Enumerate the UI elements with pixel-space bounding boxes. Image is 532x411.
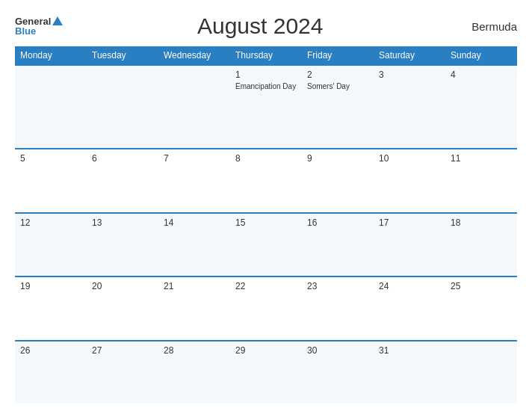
- day-number: 3: [379, 69, 440, 80]
- day-number: 31: [379, 345, 440, 356]
- calendar-cell: 15: [230, 213, 302, 277]
- day-number: 5: [20, 153, 81, 164]
- calendar-cell: 31: [374, 341, 445, 404]
- calendar-title: August 2024: [63, 13, 457, 39]
- header-row: MondayTuesdayWednesdayThursdayFridaySatu…: [15, 46, 517, 65]
- calendar-cell: 9: [302, 149, 374, 213]
- day-number: 4: [451, 69, 512, 80]
- logo-triangle-icon: [52, 16, 63, 25]
- day-number: 29: [235, 345, 297, 356]
- week-row-2: 567891011: [15, 149, 517, 213]
- day-number: 9: [307, 153, 368, 164]
- column-header-friday: Friday: [302, 46, 374, 65]
- day-number: 28: [164, 345, 225, 356]
- calendar-cell: 21: [158, 276, 230, 341]
- calendar-cell: 17: [374, 213, 445, 277]
- column-header-tuesday: Tuesday: [87, 46, 158, 65]
- calendar-cell: 30: [302, 341, 374, 404]
- day-number: 18: [451, 217, 512, 228]
- calendar-cell: 1Emancipation Day: [230, 65, 302, 149]
- day-number: 10: [379, 153, 440, 164]
- day-number: 12: [20, 217, 81, 228]
- calendar-cell: 29: [230, 341, 302, 404]
- logo-blue-text: Blue: [15, 26, 63, 36]
- calendar-cell: 27: [87, 341, 158, 404]
- calendar-cell: 25: [445, 276, 517, 341]
- day-number: 17: [379, 217, 440, 228]
- day-number: 8: [235, 153, 297, 164]
- calendar-cell: 20: [87, 276, 158, 341]
- column-header-saturday: Saturday: [374, 46, 445, 65]
- day-number: 22: [235, 281, 297, 291]
- calendar-cell: 13: [87, 213, 158, 277]
- column-header-monday: Monday: [15, 46, 87, 65]
- header: General Blue August 2024 Bermuda: [15, 13, 517, 39]
- calendar-cell: 11: [445, 149, 517, 213]
- calendar-cell: 14: [158, 213, 230, 277]
- day-number: 25: [451, 281, 512, 291]
- calendar-cell: [445, 341, 517, 404]
- calendar-cell: 19: [15, 276, 87, 341]
- week-row-1: 1Emancipation Day2Somers' Day34: [15, 65, 517, 149]
- week-row-4: 19202122232425: [15, 276, 517, 341]
- day-number: 23: [307, 281, 368, 291]
- calendar-cell: 24: [374, 276, 445, 341]
- day-number: 27: [92, 345, 153, 356]
- calendar-cell: 5: [15, 149, 87, 213]
- calendar-cell: 10: [374, 149, 445, 213]
- calendar-cell: 4: [445, 65, 517, 149]
- day-event: Somers' Day: [307, 81, 368, 91]
- day-number: 24: [379, 281, 440, 291]
- day-number: 11: [451, 153, 512, 164]
- calendar-cell: 22: [230, 276, 302, 341]
- calendar-body: 1Emancipation Day2Somers' Day34567891011…: [15, 65, 517, 404]
- calendar-cell: 28: [158, 341, 230, 404]
- calendar-cell: 18: [445, 213, 517, 277]
- day-number: 2: [307, 69, 368, 80]
- day-event: Emancipation Day: [235, 81, 297, 91]
- calendar-cell: 2Somers' Day: [302, 65, 374, 149]
- calendar-cell: 8: [230, 149, 302, 213]
- day-number: 13: [92, 217, 153, 228]
- column-header-sunday: Sunday: [445, 46, 517, 65]
- day-number: 7: [164, 153, 225, 164]
- week-row-3: 12131415161718: [15, 213, 517, 277]
- week-row-5: 262728293031: [15, 341, 517, 404]
- calendar-cell: 7: [158, 149, 230, 213]
- day-number: 21: [164, 281, 225, 291]
- calendar-table: MondayTuesdayWednesdayThursdayFridaySatu…: [15, 46, 517, 404]
- day-number: 26: [20, 345, 81, 356]
- day-number: 30: [307, 345, 368, 356]
- day-number: 14: [164, 217, 225, 228]
- calendar-cell: [15, 65, 87, 149]
- day-number: 6: [92, 153, 153, 164]
- day-number: 20: [92, 281, 153, 291]
- page: General Blue August 2024 Bermuda MondayT…: [0, 0, 532, 411]
- calendar-cell: 26: [15, 341, 87, 404]
- calendar-cell: 3: [374, 65, 445, 149]
- calendar-cell: 23: [302, 276, 374, 341]
- calendar-cell: 16: [302, 213, 374, 277]
- region-label: Bermuda: [457, 20, 517, 33]
- column-header-wednesday: Wednesday: [158, 46, 230, 65]
- logo: General Blue: [15, 16, 63, 36]
- day-number: 16: [307, 217, 368, 228]
- day-number: 1: [235, 69, 297, 80]
- calendar-header: MondayTuesdayWednesdayThursdayFridaySatu…: [15, 46, 517, 65]
- calendar-cell: [158, 65, 230, 149]
- day-number: 15: [235, 217, 297, 228]
- calendar-cell: [87, 65, 158, 149]
- day-number: 19: [20, 281, 81, 291]
- calendar-cell: 6: [87, 149, 158, 213]
- calendar-cell: 12: [15, 213, 87, 277]
- column-header-thursday: Thursday: [230, 46, 302, 65]
